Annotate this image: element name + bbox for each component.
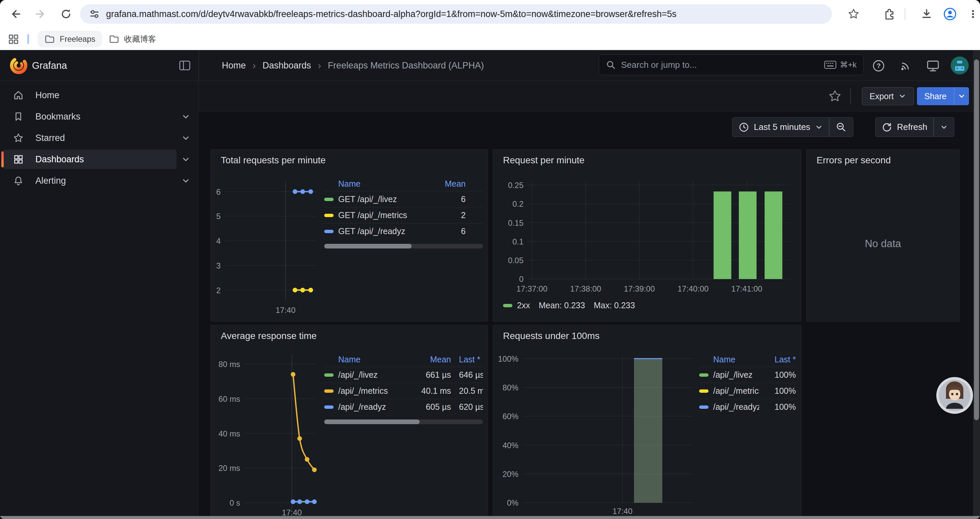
- news-rss-icon[interactable]: [897, 58, 914, 74]
- panel-legend-table: NameLast */api/_/livez100%/api/_/metrics…: [699, 352, 796, 415]
- svg-text:5: 5: [216, 212, 221, 221]
- extensions-icon[interactable]: [879, 5, 897, 23]
- user-avatar[interactable]: [950, 56, 969, 75]
- browser-menu-icon[interactable]: [964, 5, 980, 23]
- sidebar-item-dashboards[interactable]: Dashboards: [3, 150, 177, 169]
- chevron-down-icon[interactable]: [181, 133, 191, 143]
- downloads-icon[interactable]: [917, 5, 936, 23]
- search-input[interactable]: [620, 59, 824, 70]
- legend-row[interactable]: GET /api/_/readyz6: [324, 223, 483, 239]
- brand-name[interactable]: Grafana: [32, 50, 67, 81]
- legend-column-header[interactable]: Last *: [459, 355, 483, 364]
- series-swatch: [699, 374, 708, 377]
- svg-text:0 s: 0 s: [229, 498, 240, 507]
- bookmark-folder-freeleaps[interactable]: Freeleaps: [38, 31, 102, 48]
- legend-row[interactable]: GET /api/_/livez6: [324, 191, 483, 207]
- browser-toolbar: grafana.mathmast.com/d/deytv4rwavabkb/fr…: [0, 0, 980, 28]
- svg-text:17:40:00: 17:40:00: [678, 284, 708, 293]
- favorite-dashboard-icon[interactable]: [827, 89, 842, 104]
- forward-button[interactable]: [31, 5, 50, 23]
- legend-row[interactable]: /api/_/readyz605 µs620 µs: [324, 399, 483, 415]
- panel-errors-per-second: Errors per second No data: [806, 149, 960, 322]
- legend-scrollbar[interactable]: [324, 244, 483, 249]
- apps-grid-icon[interactable]: [7, 33, 19, 45]
- chevron-down-icon: [940, 123, 948, 131]
- legend-column-header[interactable]: Mean: [426, 179, 466, 189]
- legend-row[interactable]: /api/_/metrics100%: [699, 383, 796, 399]
- site-settings-icon[interactable]: [89, 8, 100, 20]
- legend-header: NameMeanLast *: [324, 352, 483, 367]
- search-bar[interactable]: ⌘+k: [599, 54, 864, 75]
- bar-chart[interactable]: 0.250.20.150.10.05017:37:0017:38:0017:39…: [493, 150, 801, 321]
- svg-text:0.1: 0.1: [512, 237, 523, 246]
- chevron-down-icon: [815, 123, 823, 131]
- chevron-down-icon[interactable]: [181, 154, 191, 164]
- series-swatch: [324, 198, 334, 201]
- monitor-icon[interactable]: [925, 58, 941, 74]
- url-text[interactable]: grafana.mathmast.com/d/deytv4rwavabkb/fr…: [106, 9, 676, 19]
- panel-total-requests: 6543217:40 Total requests per minute Nam…: [210, 149, 488, 322]
- sidebar-toggle-icon[interactable]: [179, 60, 191, 71]
- grafana-header: Grafana Home › Dashboards › Freeleaps Me…: [0, 50, 980, 81]
- breadcrumb-home[interactable]: Home: [222, 61, 246, 71]
- svg-text:17:40: 17:40: [612, 507, 632, 516]
- sidebar-item-alerting[interactable]: Alerting: [3, 171, 177, 190]
- chevron-down-icon: [958, 92, 966, 100]
- grafana-sidebar: Home Bookmarks Starred Dashboards Alerti…: [0, 81, 199, 519]
- breadcrumb-current: Freeleaps Metrics Dashboard (ALPHA): [328, 61, 484, 71]
- bookmark-label: Freeleaps: [60, 34, 95, 44]
- legend-item[interactable]: 2xx: [503, 300, 530, 310]
- svg-text:40 ms: 40 ms: [218, 429, 240, 438]
- export-button[interactable]: Export: [862, 87, 914, 105]
- legend-row[interactable]: GET /api/_/metrics2: [324, 207, 483, 223]
- svg-text:2: 2: [216, 286, 221, 295]
- clock-icon: [738, 122, 749, 133]
- bookmark-folder-blogs[interactable]: 收藏博客: [102, 31, 163, 48]
- assistant-avatar-widget[interactable]: [936, 377, 973, 414]
- help-icon[interactable]: ?: [870, 58, 886, 74]
- sidebar-item-label: Home: [35, 90, 59, 101]
- series-swatch: [324, 406, 334, 409]
- reload-button[interactable]: [57, 5, 75, 23]
- legend-row[interactable]: /api/_/livez100%: [699, 367, 796, 383]
- time-controls: Last 5 minutes: [732, 117, 853, 137]
- panel-legend-table: NameMeanGET /api/_/livez6GET /api/_/metr…: [324, 176, 483, 249]
- bookmark-star-icon[interactable]: [844, 5, 863, 23]
- legend-row[interactable]: /api/_/livez661 µs646 µs: [324, 367, 483, 383]
- zoom-out-button[interactable]: [830, 118, 853, 137]
- refresh-interval-caret[interactable]: [934, 118, 954, 137]
- panel-requests-under-100ms: 100%80%60%40%20%0%17:40 Requests under 1…: [493, 325, 801, 519]
- legend-scrollbar[interactable]: [324, 420, 483, 424]
- legend-row[interactable]: /api/_/readyz100%: [699, 399, 796, 415]
- legend-column-header[interactable]: Mean: [401, 355, 451, 364]
- grafana-logo[interactable]: [10, 56, 28, 75]
- url-bar[interactable]: grafana.mathmast.com/d/deytv4rwavabkb/fr…: [80, 4, 832, 24]
- chevron-down-icon[interactable]: [181, 176, 191, 186]
- back-button[interactable]: [6, 5, 25, 23]
- panel-title[interactable]: Total requests per minute: [221, 155, 326, 166]
- profile-icon[interactable]: [941, 5, 959, 23]
- legend-row[interactable]: /api/_/metrics40.1 ms20.5 ms: [324, 383, 483, 399]
- breadcrumb-dashboards[interactable]: Dashboards: [262, 61, 311, 71]
- legend-header: NameMean: [324, 176, 483, 191]
- sidebar-item-bookmarks[interactable]: Bookmarks: [3, 107, 177, 126]
- panel-title[interactable]: Requests under 100ms: [503, 331, 600, 341]
- time-range-picker[interactable]: Last 5 minutes: [732, 118, 829, 137]
- dashboard-actions-bar: Export Share: [199, 81, 980, 112]
- legend-column-header[interactable]: Last *: [759, 355, 796, 364]
- share-menu-caret[interactable]: [954, 87, 969, 105]
- bookmarks-separator: [27, 34, 29, 44]
- sidebar-item-label: Dashboards: [35, 154, 84, 164]
- sidebar-item-starred[interactable]: Starred: [3, 128, 177, 148]
- series-swatch: [324, 214, 334, 217]
- panel-title[interactable]: Average response time: [221, 331, 317, 341]
- series-swatch: [699, 390, 708, 393]
- legend-mean: Mean: 0.233: [539, 300, 585, 310]
- sidebar-item-home[interactable]: Home: [3, 86, 177, 105]
- refresh-button[interactable]: Refresh: [876, 118, 933, 137]
- chevron-down-icon[interactable]: [181, 112, 191, 121]
- svg-text:0.2: 0.2: [512, 200, 523, 208]
- share-button-main[interactable]: Share: [917, 87, 954, 105]
- panel-title[interactable]: Request per minute: [503, 155, 584, 166]
- scrollbar-thumb[interactable]: [974, 59, 979, 420]
